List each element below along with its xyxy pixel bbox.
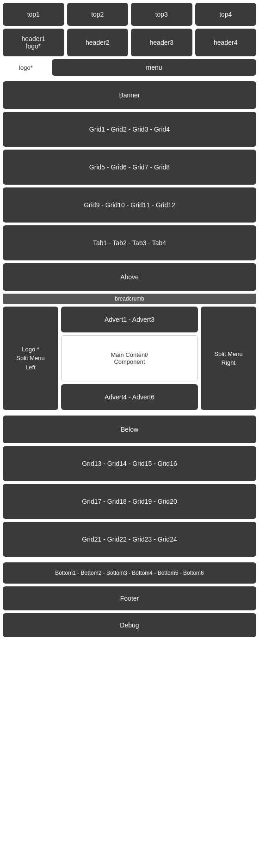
breadcrumb: breadcrumb xyxy=(3,294,256,304)
grid6: Grid21 - Grid22 - Grid23 - Grid24 xyxy=(3,522,256,557)
grid4-section: Grid13 - Grid14 - Grid15 - Grid16 xyxy=(3,446,256,481)
top2[interactable]: top2 xyxy=(67,3,129,26)
three-col-layout: Logo * Split Menu Left Advert1 - Advert3… xyxy=(0,304,259,413)
bottom-items: Bottom1 - Bottom2 - Bottom3 - Bottom4 - … xyxy=(3,562,256,584)
header3[interactable]: header3 xyxy=(131,29,192,56)
above-section: Above xyxy=(3,263,256,291)
top1[interactable]: top1 xyxy=(3,3,64,26)
debug-section: Debug xyxy=(3,613,256,637)
main-content: Main Content/ Component xyxy=(61,335,198,381)
grid5: Grid17 - Grid18 - Grid19 - Grid20 xyxy=(3,484,256,519)
grid5-section: Grid17 - Grid18 - Grid19 - Grid20 xyxy=(3,484,256,519)
top-row: top1 top2 top3 top4 xyxy=(0,0,259,29)
logo-label: logo* xyxy=(3,64,49,71)
top4[interactable]: top4 xyxy=(195,3,257,26)
grid2: Grid5 - Grid6 - Grid7 - Grid8 xyxy=(3,150,256,185)
grid3: Grid9 - Grid10 - Grid11 - Grid12 xyxy=(3,187,256,223)
above: Above xyxy=(3,263,256,291)
header4[interactable]: header4 xyxy=(195,29,257,56)
below: Below xyxy=(3,416,256,443)
footer: Footer xyxy=(3,586,256,610)
advert1-3: Advert1 - Advert3 xyxy=(61,307,198,332)
advert4-6: Advert4 - Advert6 xyxy=(61,384,198,410)
tabs-bar[interactable]: Tab1 - Tab2 - Tab3 - Tab4 xyxy=(3,225,256,260)
banner-section: Banner xyxy=(3,81,256,109)
grid3-section: Grid9 - Grid10 - Grid11 - Grid12 xyxy=(3,187,256,223)
split-menu-left[interactable]: Logo * Split Menu Left xyxy=(3,307,58,410)
split-menu-right[interactable]: Split Menu Right xyxy=(201,307,256,410)
middle-column: Advert1 - Advert3 Main Content/ Componen… xyxy=(61,307,198,410)
grid2-section: Grid5 - Grid6 - Grid7 - Grid8 xyxy=(3,150,256,185)
tabs-section: Tab1 - Tab2 - Tab3 - Tab4 xyxy=(3,225,256,260)
logo-menu-row: logo* menu xyxy=(0,59,259,78)
header-row: header1 logo* header2 header3 header4 xyxy=(0,29,259,59)
grid6-section: Grid21 - Grid22 - Grid23 - Grid24 xyxy=(3,522,256,557)
footer-row: Footer xyxy=(0,586,259,613)
below-section: Below xyxy=(3,416,256,443)
top3[interactable]: top3 xyxy=(131,3,192,26)
banner: Banner xyxy=(3,81,256,109)
grid4: Grid13 - Grid14 - Grid15 - Grid16 xyxy=(3,446,256,481)
header1[interactable]: header1 logo* xyxy=(3,29,64,56)
header2[interactable]: header2 xyxy=(67,29,129,56)
grid1: Grid1 - Grid2 - Grid3 - Grid4 xyxy=(3,112,256,147)
grid1-section: Grid1 - Grid2 - Grid3 - Grid4 xyxy=(3,112,256,147)
menu-bar[interactable]: menu xyxy=(52,59,256,76)
bottom-row: Bottom1 - Bottom2 - Bottom3 - Bottom4 - … xyxy=(0,560,259,586)
debug: Debug xyxy=(3,613,256,637)
